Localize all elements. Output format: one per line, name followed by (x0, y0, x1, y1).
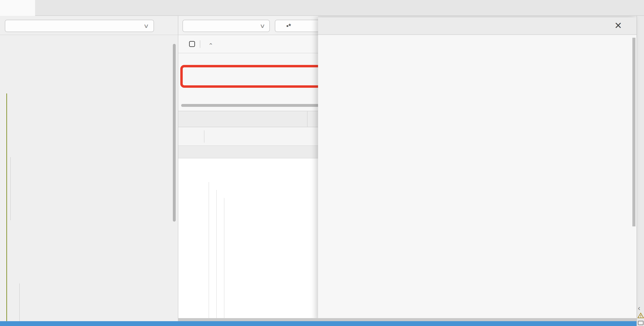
tab-bar (0, 0, 644, 16)
chevron-down-icon: ∨ (143, 22, 149, 30)
indent-guide (224, 198, 224, 321)
sidebar-scrollbar[interactable] (173, 44, 176, 222)
kubernetes-icon (19, 322, 26, 326)
divider (204, 130, 204, 142)
sidebar: ∨ (0, 16, 178, 326)
service-details-drawer: ✕ (318, 17, 636, 321)
indent-guide (208, 182, 209, 321)
indent-guide (216, 190, 217, 321)
indent-guide (10, 157, 11, 220)
editor-toolbar (178, 127, 318, 146)
table-header: › (178, 35, 318, 53)
chevron-left-icon[interactable]: ‹ (638, 304, 640, 312)
services-toolbar: ∨ ▪* (178, 16, 318, 35)
scrolled-tree-item-fragment (52, 22, 65, 26)
status-bar (0, 321, 636, 326)
active-cluster-indicator (6, 94, 7, 326)
divider (200, 40, 200, 48)
regex-toggle[interactable]: ▪* (286, 22, 291, 30)
divider (307, 111, 308, 127)
editor-banner (178, 146, 318, 158)
navigator-tab[interactable] (0, 0, 35, 16)
prometheusrule-dock-tab[interactable] (178, 111, 318, 127)
select-all-checkbox[interactable] (189, 41, 195, 47)
namespace-select[interactable]: ∨ (182, 20, 270, 32)
indent-guide (19, 284, 20, 326)
kubeconfig-select[interactable]: ∨ (5, 20, 154, 32)
warning-icon (638, 312, 644, 318)
drawer-header: ✕ (318, 17, 636, 35)
background-page-edge: ‹ (636, 16, 644, 326)
drawer-scrollbar[interactable] (632, 38, 636, 226)
chevron-down-icon: ∨ (260, 22, 266, 30)
table-horizontal-scrollbar[interactable] (181, 104, 318, 107)
sidebar-toolbar: ∨ (0, 16, 178, 35)
sort-ascending-icon[interactable]: › (207, 43, 214, 45)
close-icon[interactable]: ✕ (614, 21, 622, 30)
annotation-highlight-box (180, 65, 322, 88)
search-input[interactable]: ▪* (275, 20, 318, 32)
panel-icon[interactable] (638, 321, 644, 325)
services-panel: ∨ ▪* › (178, 16, 318, 321)
horizontal-scrollbar-strip[interactable] (178, 318, 636, 321)
yaml-editor[interactable] (178, 158, 318, 321)
drawer-body (318, 35, 632, 321)
